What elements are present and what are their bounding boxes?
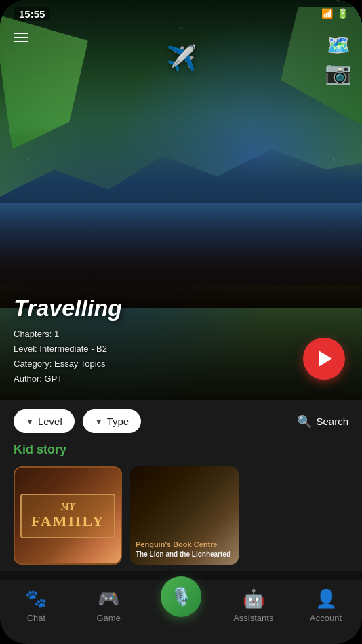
card-my-text: My bbox=[31, 502, 104, 512]
assistants-label: Assistants bbox=[233, 613, 273, 623]
account-label: Account bbox=[310, 613, 342, 623]
type-filter-label: Type bbox=[107, 416, 129, 427]
hero-level: Level: Intermediate - B2 bbox=[14, 342, 122, 357]
search-label: Search bbox=[316, 416, 348, 427]
filter-bar: ▼ Level ▼ Type 🔍 Search bbox=[0, 400, 362, 443]
chat-label: Chat bbox=[27, 613, 45, 623]
level-chevron-icon: ▼ bbox=[26, 417, 34, 426]
camera-icon: 📷 bbox=[325, 60, 352, 85]
level-filter-button[interactable]: ▼ Level bbox=[14, 409, 75, 433]
game-label: Game bbox=[96, 613, 120, 623]
type-filter-button[interactable]: ▼ Type bbox=[83, 409, 141, 433]
my-family-card[interactable]: My Famiily bbox=[14, 466, 122, 565]
game-icon: 🎮 bbox=[98, 588, 119, 609]
hero-category: Category: Essay Topics bbox=[14, 357, 122, 371]
account-icon: 👤 bbox=[315, 588, 337, 609]
play-button[interactable] bbox=[303, 338, 345, 380]
type-chevron-icon: ▼ bbox=[95, 417, 103, 426]
mic-button[interactable]: 🎙️ bbox=[161, 576, 201, 617]
map-icon: 🗺️ bbox=[327, 34, 350, 56]
nav-chat[interactable]: 🐾 Chat bbox=[16, 588, 56, 623]
nav-game[interactable]: 🎮 Game bbox=[88, 588, 129, 623]
wifi-icon: 📶 bbox=[321, 8, 333, 19]
hero-chapters: Chapters: 1 bbox=[14, 327, 122, 342]
nav-mic-center[interactable]: 🎙️ bbox=[161, 576, 201, 617]
search-icon: 🔍 bbox=[297, 414, 312, 429]
level-filter-label: Level bbox=[38, 416, 62, 427]
lion-card-subtitle: Penguin's Book Centre bbox=[136, 540, 230, 550]
hero-section: 🗺️ 📷 ✈️ 15:55 📶 🔋 Travelling Chapters: 1 bbox=[0, 0, 362, 400]
assistants-icon: 🤖 bbox=[243, 588, 264, 609]
bottom-nav: 🐾 Chat 🎮 Game 🎙️ 🤖 Assistants 👤 Account bbox=[0, 580, 362, 644]
nav-assistants[interactable]: 🤖 Assistants bbox=[233, 588, 274, 623]
my-family-title-box: My Famiily bbox=[20, 494, 115, 538]
status-icons: 📶 🔋 bbox=[321, 8, 348, 19]
airplane-icon: ✈️ bbox=[166, 44, 197, 73]
hero-text-block: Travelling Chapters: 1 Level: Intermedia… bbox=[14, 295, 122, 386]
hero-author: Author: GPT bbox=[14, 371, 122, 386]
story-cards-row: My Famiily Penguin's Book Centre The Lio… bbox=[14, 466, 348, 565]
content-area: Kid story My Famiily Penguin's Book Cent… bbox=[0, 443, 362, 571]
top-right-decorations: 🗺️ 📷 bbox=[325, 34, 352, 85]
phone-frame: 🗺️ 📷 ✈️ 15:55 📶 🔋 Travelling Chapters: 1 bbox=[0, 0, 362, 644]
hamburger-menu[interactable] bbox=[14, 33, 28, 42]
hero-meta: Chapters: 1 Level: Intermediate - B2 Cat… bbox=[14, 327, 122, 386]
lion-card-text: Penguin's Book Centre The Lion and the L… bbox=[136, 540, 230, 559]
search-button[interactable]: 🔍 Search bbox=[297, 414, 348, 429]
status-bar: 15:55 📶 🔋 bbox=[0, 0, 362, 27]
nav-account[interactable]: 👤 Account bbox=[306, 588, 346, 623]
kid-story-section-title: Kid story bbox=[14, 443, 348, 457]
lion-card-title: The Lion and the Lionhearted bbox=[136, 550, 230, 558]
card-family-text: Famiily bbox=[31, 512, 104, 530]
chat-icon: 🐾 bbox=[25, 588, 47, 609]
mic-icon: 🎙️ bbox=[170, 586, 192, 607]
status-time: 15:55 bbox=[14, 7, 50, 21]
hero-title: Travelling bbox=[14, 295, 122, 321]
battery-icon: 🔋 bbox=[337, 8, 348, 19]
lion-card[interactable]: Penguin's Book Centre The Lion and the L… bbox=[130, 466, 239, 565]
